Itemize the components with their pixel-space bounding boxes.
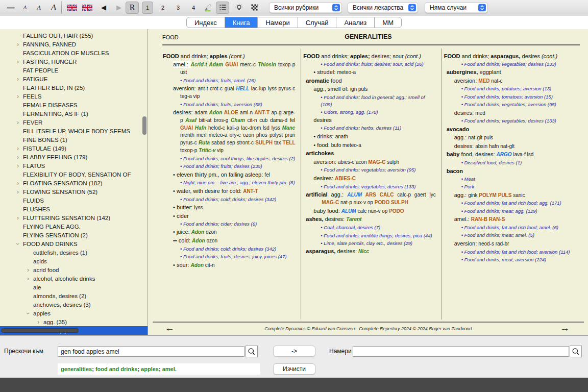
rubric-paragraph[interactable]: baby food, desires: ARGO lava-f lsd [447,151,576,158]
rubric-paragraph[interactable]: • Food and drinks; food in general; agg.… [321,94,435,108]
sidebar-item[interactable]: ›acrid food [0,265,148,274]
rubric-filter-dropdown[interactable]: Всички рубрики [269,2,342,13]
font-size-medium-button[interactable]: A [32,2,45,14]
chevron-right-icon[interactable]: › [24,276,32,281]
sidebar-item[interactable]: FINE BONES (1) [0,135,148,144]
rubric-paragraph[interactable]: • Food and drinks; cool things, like app… [180,155,295,162]
rubric-paragraph[interactable]: amel.: Acrid-t Adam GUAI merc-c Thiosin … [173,61,295,76]
second-language-flag-icon[interactable] [81,2,94,14]
rubric-paragraph[interactable]: • Meat [461,176,576,182]
rubric-paragraph[interactable]: aubergines, eggplant [447,68,576,76]
rubric-paragraph[interactable]: • Food and drinks; fat and rich food; av… [461,249,576,255]
rubric-paragraph[interactable]: avocado [447,126,576,133]
sidebar-item[interactable]: ›agg. (35) [0,317,148,326]
sidebar-item[interactable]: acids [0,257,148,265]
jump-to-input[interactable] [58,346,244,357]
rubric-paragraph[interactable]: • Food and drinks; vegetables; desires (… [461,61,576,67]
sidebar-item[interactable]: ›FASTING, HUNGER [0,57,148,66]
rubric-paragraph[interactable]: artificial agg.: ALUM ARS CALC calc-p ga… [306,191,435,206]
font-size-large-button[interactable]: A [47,2,60,14]
rubric-paragraph[interactable]: desires: absin hafn nat-glt [454,142,576,150]
sidebar-item[interactable]: FLYING PLANE AGG. [0,222,148,231]
find-search-icon[interactable] [570,346,582,357]
chevron-right-icon[interactable]: › [14,215,21,220]
vertical-scrollbar-thumb[interactable] [142,116,146,135]
chevron-down-icon[interactable]: › [26,310,31,317]
rubric-paragraph[interactable]: • Food and drinks; meat; aversion (224) [461,256,576,263]
rubric-paragraph[interactable]: • Coal, charcoal, desires (7) [321,224,435,231]
rubric-paragraph[interactable]: • Food and drinks; cider; desires (6) [180,220,295,227]
rubric-paragraph[interactable]: • Food and drinks; inedible things; desi… [321,232,435,239]
sidebar-item[interactable]: FLUIDS [0,196,148,205]
rubric-paragraph[interactable]: artichokes [306,150,435,157]
sidebar-item[interactable]: FILL ITSELF UP, WHOLE BODY SEEMS [0,127,148,135]
rubric-paragraph[interactable]: • Food and drinks; potatoes; aversion (1… [461,85,576,92]
sidebar-item[interactable]: ›apples [0,309,148,317]
minimize-font-button[interactable]: — [4,2,17,14]
rubric-paragraph[interactable]: • Night, nine pm. - five am.; agg.; elev… [180,179,295,186]
rubric-paragraph[interactable]: FOOD and drinks; apples; desires; sour (… [303,53,435,60]
sidebar-item[interactable]: anchovies, desires (3) [0,300,148,309]
rubric-paragraph[interactable]: • Food and drinks; vegetables; aversion … [461,101,576,108]
rubric-paragraph[interactable]: aversion: abies-c acon MAG-C sulph [313,158,435,166]
sidebar-item[interactable]: FERMENTING, AS IF (1) [0,109,148,118]
sidebar-item[interactable]: ›FLOWING SENSATION (52) [0,187,148,196]
rubric-paragraph[interactable]: agg.: gink POLYM PULS sanic [454,191,576,199]
sidebar-item[interactable]: ale [0,283,148,291]
rubric-paragraph[interactable]: aversion: ant-t crot-c guai HELL lac-lup… [173,85,295,100]
list-view-icon[interactable] [216,2,229,14]
rubric-paragraph[interactable]: • Food and drinks; cold; drinks; desires… [180,196,295,203]
rubric-paragraph[interactable]: • drinks: anath [313,133,435,140]
rubric-paragraph[interactable]: • Dissolved food, desires (1) [461,159,576,166]
rubric-paragraph[interactable]: • Food and drinks; fruits; desires; juic… [180,253,295,260]
rubric-paragraph[interactable]: • Food and drinks; fruits; amel. (26) [180,77,295,84]
rubric-paragraph[interactable]: • food: bufo meteo-a [313,141,435,149]
rubric-paragraph[interactable]: agg.: nat-glt puls [454,134,576,141]
rubric-paragraph[interactable]: agg., smell of: ign puls [313,85,435,93]
rubric-paragraph[interactable]: ashes, desires: Tarent [306,215,435,223]
sidebar-item[interactable]: ›alcohol, alcoholic drinks [0,274,148,283]
rubric-paragraph[interactable]: • Food and drinks; vegetables; desires (… [461,117,576,124]
sidebar-item[interactable]: ›FLUTTERING SENSATION (142) [0,213,148,222]
rubric-paragraph[interactable]: • eleven thirty pm., on falling asleep: … [173,171,295,179]
tab-Индекс[interactable]: Индекс [187,17,225,28]
rubric-paragraph[interactable]: • Food and drinks; fruits; aversion (58) [180,101,295,108]
sidebar-item[interactable]: FALLING OUT, HAIR (255) [0,31,148,40]
sidebar-item[interactable]: ›FEELS [0,92,148,101]
rubric-paragraph[interactable]: desires: adam Adon ALOE aml-n ANT-T ap-g… [173,109,295,154]
sidebar-item[interactable]: ›FOOD AND DRINKS [0,239,148,248]
sidebar-item[interactable]: FLEXIBILITY OF BODY, SENSATION OF [0,170,148,179]
sidebar-item[interactable]: FLYING SENSATION (2) [0,231,148,239]
rubric-paragraph[interactable]: asparagus, desires: Nicc [306,248,435,255]
clear-button[interactable]: Изчисти [273,363,315,375]
sidebar-item[interactable]: amel. (7) [0,326,148,335]
sidebar-item[interactable]: ›FATIGUE [0,75,148,83]
pencil-icon[interactable] [201,2,214,14]
chevron-down-icon[interactable]: › [15,240,20,248]
tab-Анализ[interactable]: Анализ [336,17,374,28]
jump-search-icon[interactable] [246,346,258,357]
grade-2-button[interactable]: 2 [157,2,168,14]
chevron-right-icon[interactable]: › [14,181,21,186]
forward-icon[interactable]: ▶ [112,2,126,14]
language-flag-icon[interactable] [65,2,79,14]
remedy-filter-dropdown[interactable]: Всички лекарства [348,2,418,13]
rubric-paragraph[interactable]: • Food and drinks; meat; agg. (129) [461,208,576,214]
sidebar-item[interactable]: FLUSHES [0,205,148,213]
sidebar-item[interactable]: FASCICULATION OF MUSCLES [0,48,148,57]
remedy-view-button[interactable]: R [126,2,139,14]
jump-go-button[interactable]: -> [273,346,315,357]
rubric-paragraph[interactable]: • Food and drinks; herbs, desires (11) [321,125,435,131]
tab-Намери[interactable]: Намери [257,17,297,28]
rubric-paragraph[interactable]: • juice: Adon ozon [173,228,295,236]
chevron-right-icon[interactable]: › [14,59,21,64]
rubric-paragraph[interactable]: • Food and drinks; fruits; desires (235) [180,163,295,169]
rubric-paragraph[interactable]: •• cold: Adon ozon [173,237,295,244]
sidebar-item[interactable]: ›FEVER [0,118,148,127]
sidebar-item[interactable]: ›FLABBY FEELING (179) [0,153,148,161]
rubric-paragraph[interactable]: • cider [173,212,295,219]
chevron-right-icon[interactable]: › [14,189,21,194]
sidebar-item[interactable]: ›FISTULAE (149) [0,144,148,153]
rubric-paragraph[interactable]: aromatic food [306,77,435,84]
sidebar-item[interactable]: ›FLOATING SENSATION (182) [0,179,148,187]
